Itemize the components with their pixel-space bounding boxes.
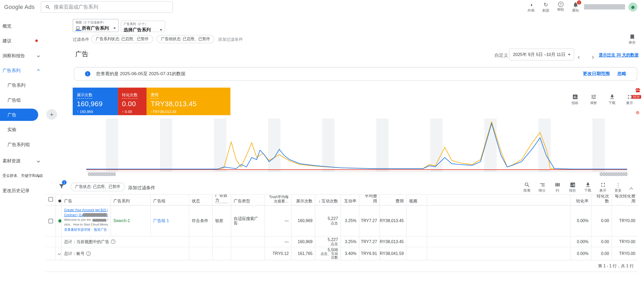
next-period-button[interactable] [592, 53, 594, 60]
sidebar-item-insights-reports[interactable]: 洞察和报告 [0, 48, 44, 63]
scorecard-impressions[interactable]: 展示次数 160,969 ↑ 160,969 [73, 88, 118, 115]
scorecard-label[interactable]: 转化次数 [122, 93, 138, 99]
left-navigation: 概览 建议 洞察和报告 广告系列 广告系列 广告组 广告 实验 广告系列组 素材… [0, 14, 44, 292]
col-header-status[interactable]: 状态 [189, 194, 213, 205]
feedback-smiley-icon[interactable]: ☻ [635, 109, 641, 115]
sidebar-item-label: 广告组 [7, 97, 21, 103]
filter-chip-campaign-status[interactable]: 广告系列状态: 已启用、已暂停 [91, 35, 153, 43]
col-header-impressions[interactable]: 展示次数 [292, 194, 315, 205]
sidebar-item-ads-selected[interactable]: 广告 [0, 109, 38, 121]
avatar[interactable]: ☻ [628, 2, 637, 11]
empty-cell [427, 237, 571, 247]
col-header-conv-rate[interactable]: 转化率 [571, 194, 591, 205]
table-download-button[interactable]: 下载 [582, 182, 594, 193]
google-ads-app: Google Ads ◑ 外观 ↻ 刷新 ? 帮助 通知 1 ☻ 概览 建议 洞… [0, 0, 644, 292]
filters-label: 过滤条件 [73, 37, 89, 42]
add-filter-button[interactable]: 添加过滤条件 [128, 185, 155, 191]
help-icon[interactable]: ? [111, 239, 115, 244]
preview-ad-link[interactable]: 预览广告 [94, 228, 107, 232]
filter-chip-adgroup-status[interactable]: 广告组状态: 已启用、已暂停 [156, 35, 214, 43]
sidebar-item-ad-groups[interactable]: 广告组 [0, 93, 44, 107]
row-checkbox[interactable] [49, 219, 53, 223]
sidebar-item-label: 实验 [7, 126, 16, 132]
col-header-ad-strength[interactable]: 广告效力 [213, 194, 231, 205]
more-button[interactable]: ⋮ 更多 [612, 182, 624, 193]
col-header-ad[interactable]: 广告 [62, 194, 111, 205]
col-header-interaction-rate[interactable]: 互动率 [341, 194, 359, 205]
previous-period-button[interactable] [578, 53, 580, 60]
sidebar-item-label: 洞察和报告 [2, 53, 25, 59]
collapse-table-button[interactable] [630, 185, 632, 192]
scorecard-cost[interactable]: 费用 TRY38,013.45 ↑TRY38,013.45 [147, 88, 230, 115]
col-header-cost-per-conv[interactable]: 每次转化费用 [612, 194, 638, 205]
empty-cell [189, 247, 213, 260]
date-range-picker[interactable]: 2025年 9月 5日 –10月 11日 [509, 49, 574, 60]
global-search[interactable] [41, 1, 173, 13]
col-header-cost[interactable]: 费用 [380, 194, 407, 205]
dismiss-link[interactable]: 忽略 [617, 71, 626, 77]
sidebar-item-recommendations[interactable]: 建议 [0, 33, 44, 48]
scorecard-label[interactable]: 费用 [151, 93, 159, 99]
ad-status-filter-chip[interactable]: 广告状态: 已启用、已暂停 [71, 183, 125, 191]
appearance-button[interactable]: ◑ 外观 [525, 2, 537, 13]
sidebar-item-campaigns[interactable]: 广告系列 [0, 78, 44, 93]
row-checkbox-cell[interactable] [46, 206, 56, 236]
download-button[interactable]: 下载 [606, 94, 618, 106]
col-header-campaign[interactable]: 广告系列 [111, 194, 151, 205]
sidebar-item-campaign-groups[interactable]: 广告系列组 [0, 137, 44, 152]
campaign-selector[interactable]: 广告系列（2 个） 选择广告系列 [121, 21, 165, 32]
empty-cell [407, 247, 427, 260]
search-input[interactable] [54, 4, 168, 10]
account-trueview-cell: TRY0.12 [265, 247, 292, 260]
sidebar-item-experiments[interactable]: 实验 [0, 122, 44, 137]
chevron-down-icon[interactable] [58, 252, 61, 255]
adjust-button[interactable]: 调整 [587, 94, 600, 106]
columns-icon [554, 182, 560, 188]
change-date-range-link[interactable]: 更改日期范围 [583, 71, 610, 77]
table-expand-button[interactable]: 展开 [597, 182, 609, 193]
sidebar-item-assets[interactable]: 素材资源 [0, 153, 44, 168]
expand-totals-cell[interactable] [56, 247, 62, 260]
col-header-trueview[interactable]: True\平均每次观看… [265, 194, 292, 205]
campaign-cell[interactable]: Search-1 [111, 206, 151, 236]
sidebar-item-campaigns-section[interactable]: 广告系列 [0, 63, 44, 78]
separator-dot: · [92, 228, 93, 232]
sliders-icon [590, 94, 597, 100]
table-search-button[interactable]: 搜索 [521, 182, 533, 193]
ad-title-link[interactable]: Create Your Account get $15 | Cloud Mini… [64, 208, 108, 213]
col-header-conversions[interactable]: 转化次数 [592, 194, 612, 205]
add-button[interactable]: + [46, 109, 57, 120]
col-header-video[interactable]: 视频 [407, 194, 427, 205]
select-all-checkbox[interactable] [49, 197, 53, 202]
help-button[interactable]: ? 帮助 [555, 2, 567, 12]
sidebar-item-label: 更改历史记录 [2, 187, 29, 193]
scorecard-label[interactable]: 展示次数 [77, 93, 92, 99]
notifications-button[interactable]: 通知 1 [569, 2, 582, 13]
refresh-button[interactable]: ↻ 刷新 [540, 2, 552, 13]
empty-cell [407, 237, 427, 247]
col-header-avg-cost[interactable]: 平均费用 [359, 194, 380, 205]
sidebar-item-overview[interactable]: 概览 [0, 18, 44, 33]
select-all-cell[interactable] [46, 194, 56, 205]
help-icon[interactable]: ? [86, 251, 91, 256]
segment-button[interactable]: 细分 [536, 182, 548, 193]
report-button[interactable]: 报告 [566, 182, 579, 193]
scorecard-conversions[interactable]: 转化次数 0.00 ↑ 0.00 [118, 88, 147, 115]
col-header-ad-group[interactable]: 广告组 [151, 194, 189, 205]
filter-count-badge: 1 [62, 180, 66, 185]
gift-promo-icon[interactable] [635, 87, 641, 93]
sidebar-item-change-history[interactable]: 更改历史记录 [0, 183, 44, 198]
ad-group-cell[interactable]: 广告组 1 [151, 206, 189, 236]
sidebar-item-audiences-keywords-content[interactable]: 受众群体、关键字和内容 [0, 168, 44, 183]
columns-button[interactable]: 列 [551, 182, 563, 193]
save-button[interactable]: 保存 [626, 34, 638, 45]
col-header-interactions[interactable]: ↓互动次数 [315, 194, 341, 205]
metrics-button[interactable]: 指标 [569, 94, 581, 106]
ad-preview-cell: Create Your Account get $15 | Cloud Mini… [62, 206, 111, 236]
show-last-30-days-link[interactable]: 显示过去 30 天的数据 [599, 52, 638, 58]
scorecard-value: TRY38,013.45 [151, 100, 226, 108]
view-assets-link[interactable]: 查看素材资源详情 [64, 228, 90, 232]
view-selector[interactable]: 视图（2 个过滤条件） 所有广告系列 [73, 19, 119, 32]
add-filter-button[interactable]: 添加过滤条件 [218, 37, 243, 42]
col-header-ad-type[interactable]: 广告类型 [231, 194, 265, 205]
